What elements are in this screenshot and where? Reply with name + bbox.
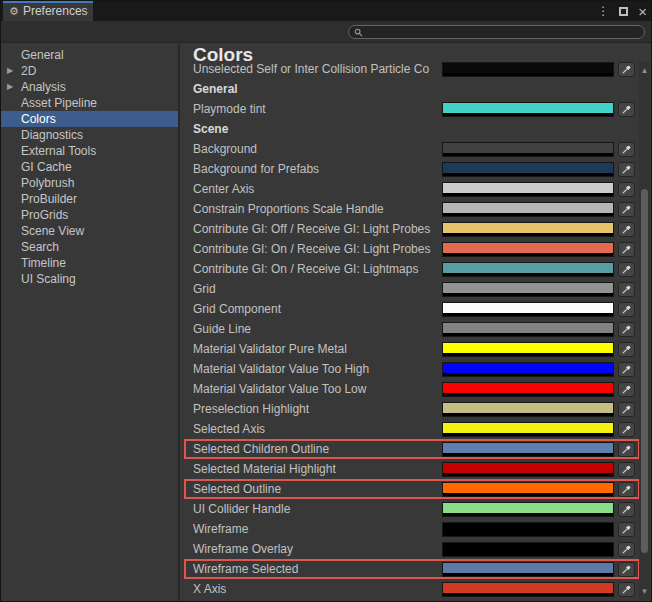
alpha-bar: [443, 573, 613, 576]
sidebar-item-general[interactable]: ▶ General: [1, 47, 178, 63]
scroll-down-icon[interactable]: ▼: [639, 586, 650, 598]
color-swatch[interactable]: [442, 102, 614, 117]
eyedropper-button[interactable]: [618, 422, 635, 437]
alpha-bar: [443, 373, 613, 376]
sidebar-item-label: Scene View: [21, 224, 84, 238]
eyedropper-button[interactable]: [618, 382, 635, 397]
eyedropper-button[interactable]: [618, 182, 635, 197]
eyedropper-button[interactable]: [618, 242, 635, 257]
color-swatch[interactable]: [442, 422, 614, 437]
eyedropper-button[interactable]: [618, 502, 635, 517]
sidebar-item-search[interactable]: ▶ Search: [1, 239, 178, 255]
color-swatch[interactable]: [442, 462, 614, 477]
sidebar-item-external-tools[interactable]: ▶ External Tools: [1, 143, 178, 159]
color-swatch[interactable]: [442, 382, 614, 397]
eyedropper-button[interactable]: [618, 102, 635, 117]
eyedropper-button[interactable]: [618, 282, 635, 297]
eyedropper-icon: [621, 284, 632, 295]
color-swatch[interactable]: [442, 202, 614, 217]
eyedropper-button[interactable]: [618, 402, 635, 417]
color-swatch[interactable]: [442, 362, 614, 377]
gear-icon: ⚙: [9, 6, 19, 17]
color-swatch[interactable]: [442, 222, 614, 237]
color-swatch[interactable]: [442, 142, 614, 157]
close-icon[interactable]: ×: [638, 4, 647, 19]
sidebar: ▶ General ▶ 2D ▶ Analysis ▶ Asset Pipeli…: [1, 44, 180, 601]
color-row: Guide Line: [182, 319, 651, 339]
sidebar-item-colors[interactable]: ▶ Colors: [1, 111, 178, 127]
eyedropper-button[interactable]: [618, 562, 635, 577]
scrollbar[interactable]: ▲ ▼: [639, 61, 650, 600]
tab-preferences[interactable]: ⚙ Preferences: [3, 1, 93, 21]
alpha-bar: [443, 293, 613, 296]
sidebar-item-diagnostics[interactable]: ▶ Diagnostics: [1, 127, 178, 143]
search-input[interactable]: [348, 25, 645, 39]
eyedropper-button[interactable]: [618, 222, 635, 237]
eyedropper-button[interactable]: [618, 462, 635, 477]
color-swatch[interactable]: [442, 442, 614, 457]
color-swatch[interactable]: [442, 182, 614, 197]
color-swatch[interactable]: [442, 502, 614, 517]
eyedropper-button[interactable]: [618, 322, 635, 337]
sidebar-item-scene-view[interactable]: ▶ Scene View: [1, 223, 178, 239]
color-swatch[interactable]: [442, 162, 614, 177]
swatch-group: [442, 202, 635, 217]
alpha-bar: [443, 253, 613, 256]
sidebar-item-label: Search: [21, 240, 59, 254]
eyedropper-icon: [621, 264, 632, 275]
scroll-up-icon[interactable]: ▲: [639, 65, 650, 77]
eyedropper-button[interactable]: [618, 442, 635, 457]
eyedropper-button[interactable]: [618, 202, 635, 217]
color-swatch[interactable]: [442, 242, 614, 257]
color-swatch[interactable]: [442, 482, 614, 497]
eyedropper-icon: [621, 564, 632, 575]
eyedropper-button[interactable]: [618, 62, 635, 77]
eyedropper-button[interactable]: [618, 582, 635, 597]
colors-panel: Colors Unselected Self or Inter Collisio…: [182, 44, 651, 601]
kebab-menu-icon[interactable]: ⋮: [597, 4, 609, 18]
color-swatch[interactable]: [442, 582, 614, 597]
swatch-group: [442, 462, 635, 477]
eyedropper-button[interactable]: [618, 362, 635, 377]
sidebar-item-ui-scaling[interactable]: ▶ UI Scaling: [1, 271, 178, 287]
color-row-label: Material Validator Value Too Low: [182, 382, 442, 396]
sidebar-item-2d[interactable]: ▶ 2D: [1, 63, 178, 79]
eyedropper-button[interactable]: [618, 162, 635, 177]
eyedropper-button[interactable]: [618, 342, 635, 357]
color-row: Material Validator Value Too High: [182, 359, 651, 379]
color-row-label: Selected Axis: [182, 422, 442, 436]
color-swatch[interactable]: [442, 302, 614, 317]
maximize-icon[interactable]: [619, 7, 628, 16]
eyedropper-button[interactable]: [618, 262, 635, 277]
eyedropper-button[interactable]: [618, 522, 635, 537]
color-swatch[interactable]: [442, 262, 614, 277]
color-row: Selected Outline: [182, 479, 651, 499]
color-swatch[interactable]: [442, 322, 614, 337]
eyedropper-button[interactable]: [618, 482, 635, 497]
sidebar-item-progrids[interactable]: ▶ ProGrids: [1, 207, 178, 223]
expand-arrow-icon[interactable]: ▶: [7, 63, 13, 79]
sidebar-item-analysis[interactable]: ▶ Analysis: [1, 79, 178, 95]
eyedropper-button[interactable]: [618, 302, 635, 317]
expand-arrow-icon[interactable]: ▶: [7, 79, 13, 95]
color-swatch[interactable]: [442, 402, 614, 417]
eyedropper-button[interactable]: [618, 142, 635, 157]
sidebar-item-polybrush[interactable]: ▶ Polybrush: [1, 175, 178, 191]
color-swatch[interactable]: [442, 342, 614, 357]
color-swatch[interactable]: [442, 62, 614, 77]
sidebar-item-probuilder[interactable]: ▶ ProBuilder: [1, 191, 178, 207]
sidebar-item-timeline[interactable]: ▶ Timeline: [1, 255, 178, 271]
eyedropper-button[interactable]: [618, 542, 635, 557]
color-row: Selected Axis: [182, 419, 651, 439]
sidebar-item-gi-cache[interactable]: ▶ GI Cache: [1, 159, 178, 175]
sidebar-item-label: External Tools: [21, 144, 96, 158]
color-swatch[interactable]: [442, 282, 614, 297]
color-swatch[interactable]: [442, 562, 614, 577]
sidebar-item-label: Analysis: [21, 80, 66, 94]
color-swatch[interactable]: [442, 522, 614, 537]
color-row: Wireframe Overlay: [182, 539, 651, 559]
sidebar-item-asset-pipeline[interactable]: ▶ Asset Pipeline: [1, 95, 178, 111]
scrollbar-thumb[interactable]: [641, 189, 648, 553]
color-swatch[interactable]: [442, 542, 614, 557]
eyedropper-icon: [621, 424, 632, 435]
